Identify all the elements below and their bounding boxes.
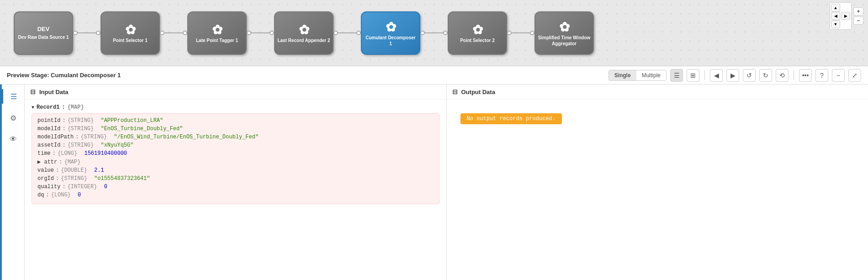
node-label-ps1: Point Selector 1 [113,37,148,43]
record-header: ▼ Record1 : {MAP} [32,104,439,111]
node-box-ps1[interactable]: ✿ Point Selector 1 [101,11,160,55]
connector-4 [333,31,361,35]
input-panel: ⊟ Input Data ▼ Record1 : {MAP} pointId :… [25,85,447,280]
expand-btn[interactable]: ⤢ [848,69,861,82]
field-name-time: time [37,150,51,157]
sidebar-settings-icon[interactable]: ⚙ [6,111,21,125]
connector-dot-3b [270,31,274,35]
field-name-dq: dq [37,192,44,198]
node-box-lpt1[interactable]: ✿ Late Point Tagger 1 [187,11,247,55]
preview-title: Preview Stage: Cumulant Decomposer 1 [7,72,602,79]
data-panels: ⊟ Input Data ▼ Record1 : {MAP} pointId :… [25,85,868,280]
field-value-assetid: "xNyuYq5G" [101,142,133,148]
connector-3 [247,31,274,35]
node-last-record-appender-2[interactable]: ✿ Last Record Appender 2 [274,11,333,55]
node-box-stw[interactable]: ✿ Simplified Time Window Aggregator [535,11,594,55]
node-dev[interactable]: DEV Dev Raw Data Source 1 [14,11,73,55]
field-type-attr: {MAP} [64,159,80,165]
field-row-modelid: modelId : {STRING} "EnOS_Turbine_Doubly_… [37,126,434,132]
help-btn[interactable]: ? [815,69,828,82]
field-type-assetid: {STRING} [68,142,94,148]
field-type-quality: {INTEGER} [68,184,97,190]
field-row-quality: quality : {INTEGER} 0 [37,184,434,190]
connector-line-1 [78,32,96,33]
node-box-dev[interactable]: DEV Dev Raw Data Source 1 [14,11,73,55]
swirl-icon-ps2: ✿ [472,22,483,37]
prev-btn[interactable]: ◀ [710,69,723,82]
refresh-btn[interactable]: ↺ [743,69,756,82]
connector-dot-6 [507,31,512,35]
connector-line-3 [251,32,270,33]
nav-up-btn[interactable]: ▲ [831,4,840,12]
zoom-in-btn[interactable]: + [853,7,863,16]
swirl-icon-lpt1: ✿ [212,22,222,37]
no-output-badge: No output records produced. [460,113,562,124]
field-row-attr: ▶ attr : {MAP} [37,158,434,165]
field-name-modelid: modelId [37,126,60,132]
field-value-value: 2.1 [94,167,104,174]
grid-view-btn[interactable]: ⊞ [687,69,699,82]
nav-down-btn[interactable]: ▼ [831,20,840,28]
field-name-value: value [37,167,54,174]
node-cumulant-decomposer-1[interactable]: ✿ Cumulant Decomposer 1 [361,11,420,55]
single-multiple-toggle[interactable]: Single Multiple [609,70,667,81]
node-box-lra2[interactable]: ✿ Last Record Appender 2 [274,11,333,55]
connector-line-2 [164,32,183,33]
connector-line-6 [512,32,530,33]
connector-dot-4b [356,31,361,35]
zoom-out-btn[interactable]: − [853,16,863,25]
node-late-point-tagger-1[interactable]: ✿ Late Point Tagger 1 [187,11,247,55]
field-name-orgid: orgId [37,175,54,182]
field-type-modelid: {STRING} [68,126,94,132]
single-btn[interactable]: Single [609,70,636,80]
record-expand-icon[interactable]: ▼ [32,105,34,110]
field-value-dq: 0 [78,192,81,198]
nav-right-btn[interactable]: ▶ [841,12,850,20]
connector-dot-3 [247,31,251,35]
more-btn[interactable]: ••• [799,69,812,82]
output-panel-title: Output Data [461,89,495,95]
input-panel-header: ⊟ Input Data [25,85,446,100]
divider-1 [704,71,705,80]
field-row-time: time : {LONG} 1561910400000 [37,150,434,157]
node-point-selector-2[interactable]: ✿ Point Selector 2 [448,11,507,55]
node-box-ps2[interactable]: ✿ Point Selector 2 [448,11,507,55]
multiple-btn[interactable]: Multiple [636,70,666,80]
connector-dot-1b [96,31,101,35]
connector-1 [73,31,101,35]
connector-dot-5b [443,31,448,35]
record-fields: pointId : {STRING} "APPProduction_LRA" m… [32,113,439,204]
next-btn[interactable]: ▶ [726,69,739,82]
connector-dot-2 [160,31,164,35]
field-type-orgid: {STRING} [61,175,87,182]
sidebar-list-icon[interactable]: ☰ [2,89,24,104]
refresh-all-btn[interactable]: ↻ [759,69,772,82]
field-value-pointid: "APPProduction_LRA" [101,117,163,124]
connector-dot-1 [73,31,78,35]
field-row-pointid: pointId : {STRING} "APPProduction_LRA" [37,117,434,124]
connector-line-4 [338,32,356,33]
nav-left-btn[interactable]: ◀ [831,12,840,20]
node-point-selector-1[interactable]: ✿ Point Selector 1 [101,11,160,55]
minimize-btn[interactable]: − [832,69,845,82]
reset-btn[interactable]: ⟲ [776,69,789,82]
record-type: {MAP} [68,104,84,111]
field-row-orgid: orgId : {STRING} "o15554837323641" [37,175,434,182]
list-view-btn[interactable]: ☰ [670,69,683,82]
field-value-quality: 0 [104,184,107,190]
input-panel-content: ▼ Record1 : {MAP} pointId : {STRING} "AP… [25,100,446,209]
node-simplified-time-window[interactable]: ✿ Simplified Time Window Aggregator [535,11,594,55]
connector-dot-5 [420,31,425,35]
node-box-cd1[interactable]: ✿ Cumulant Decomposer 1 [361,11,420,55]
field-type-time: {LONG} [58,150,77,157]
field-type-pointid: {STRING} [68,117,94,124]
field-row-modelidpath: modelIdPath : {STRING} "/EnOS_Wind_Turbi… [37,134,434,140]
connector-5 [420,31,448,35]
field-value-modelidpath: "/EnOS_Wind_Turbine/EnOS_Turbine_Doubly_… [114,134,259,140]
node-label-lpt1: Late Point Tagger 1 [196,37,238,43]
field-type-dq: {LONG} [51,192,71,198]
output-panel-icon: ⊟ [452,88,458,95]
output-panel-content: No output records produced. [447,100,868,129]
output-panel-header: ⊟ Output Data [447,85,868,100]
sidebar-eye-icon[interactable]: 👁 [6,132,21,147]
